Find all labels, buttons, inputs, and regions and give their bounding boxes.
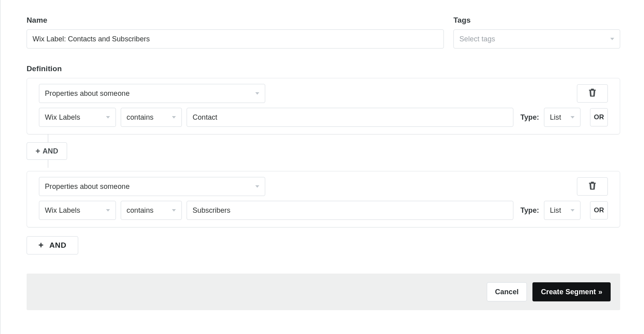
plus-icon: + xyxy=(35,147,40,156)
definition-section: Definition Properties about someone xyxy=(27,64,620,254)
name-input[interactable] xyxy=(27,29,444,49)
operator-select[interactable]: contains xyxy=(121,108,182,127)
type-label: Type: xyxy=(521,113,539,122)
tags-group: Tags Select tags xyxy=(453,16,620,49)
and-label: AND xyxy=(49,241,66,250)
chevron-down-icon xyxy=(172,116,176,118)
create-segment-label: Create Segment xyxy=(541,288,596,296)
operator-value: contains xyxy=(127,206,168,215)
condition-group: Properties about someone Wix Labels xyxy=(27,78,620,134)
tags-select[interactable]: Select tags xyxy=(453,29,620,49)
type-select[interactable]: List xyxy=(544,108,580,127)
chevron-down-icon xyxy=(571,116,575,118)
tags-select-placeholder: Select tags xyxy=(459,35,606,43)
operator-select[interactable]: contains xyxy=(121,201,182,220)
property-select[interactable]: Wix Labels xyxy=(39,201,116,220)
dimension-value: Properties about someone xyxy=(45,89,251,98)
property-value: Wix Labels xyxy=(45,206,102,215)
top-row: Name Tags Select tags xyxy=(27,16,620,49)
chevron-down-icon xyxy=(610,38,614,40)
dimension-select[interactable]: Properties about someone xyxy=(39,84,265,103)
dimension-value: Properties about someone xyxy=(45,183,251,191)
condition-group: Properties about someone Wix Labels xyxy=(27,171,620,227)
chevron-down-icon xyxy=(571,209,575,212)
condition-group-area: Properties about someone Wix Labels xyxy=(27,78,620,227)
chevron-down-icon xyxy=(255,92,259,95)
or-button[interactable]: OR xyxy=(590,108,608,126)
type-select[interactable]: List xyxy=(544,201,580,220)
chevron-down-icon xyxy=(255,185,259,188)
tags-label: Tags xyxy=(453,16,620,25)
chevron-down-icon xyxy=(106,116,110,118)
type-label: Type: xyxy=(521,206,539,215)
chevron-down-icon xyxy=(106,209,110,212)
segment-builder: Name Tags Select tags Definition Propert… xyxy=(0,0,644,334)
create-segment-button[interactable]: Create Segment » xyxy=(532,282,611,301)
property-value: Wix Labels xyxy=(45,113,102,122)
name-group: Name xyxy=(27,16,444,49)
delete-condition-button[interactable] xyxy=(577,84,608,103)
property-select[interactable]: Wix Labels xyxy=(39,108,116,127)
type-value: List xyxy=(550,206,567,215)
trash-icon xyxy=(589,89,596,99)
name-label: Name xyxy=(27,16,444,25)
chevron-right-icon: » xyxy=(598,288,602,296)
and-between-groups-button[interactable]: + AND xyxy=(27,142,67,160)
definition-label: Definition xyxy=(27,64,620,73)
value-input[interactable] xyxy=(187,108,513,127)
footer-bar: Cancel Create Segment » xyxy=(27,274,620,310)
delete-condition-button[interactable] xyxy=(577,177,608,196)
value-input[interactable] xyxy=(187,201,513,220)
operator-value: contains xyxy=(127,113,168,122)
cancel-button[interactable]: Cancel xyxy=(487,282,527,301)
add-and-group-button[interactable]: + AND xyxy=(27,236,78,254)
and-label: AND xyxy=(42,147,58,155)
type-value: List xyxy=(550,113,567,122)
trash-icon xyxy=(589,182,596,192)
plus-icon: + xyxy=(39,240,44,250)
dimension-select[interactable]: Properties about someone xyxy=(39,177,265,196)
chevron-down-icon xyxy=(172,209,176,212)
or-button[interactable]: OR xyxy=(590,201,608,219)
